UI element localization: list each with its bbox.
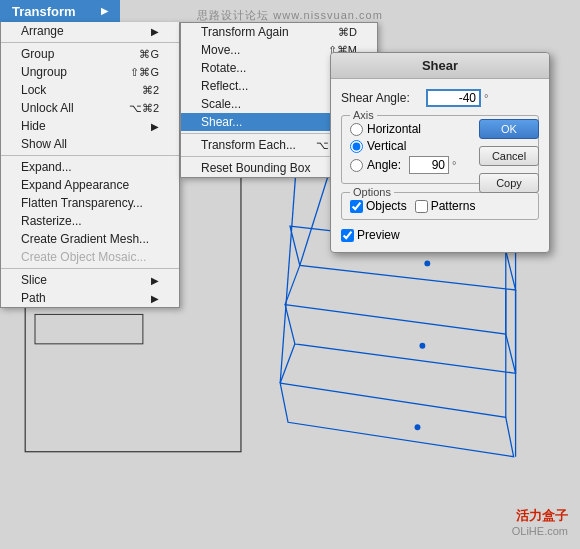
rasterize-label: Rasterize... xyxy=(21,214,82,228)
move-label: Move... xyxy=(201,43,240,57)
separator-3 xyxy=(1,268,179,269)
group-label: Group xyxy=(21,47,54,61)
reflect-label: Reflect... xyxy=(201,79,248,93)
expand-appearance-label: Expand Appearance xyxy=(21,178,129,192)
options-label: Options xyxy=(350,186,394,198)
menu-item-unlock-all[interactable]: Unlock All ⌥⌘2 xyxy=(1,99,179,117)
menu-item-rasterize[interactable]: Rasterize... xyxy=(1,212,179,230)
menu-item-gradient-mesh[interactable]: Create Gradient Mesh... xyxy=(1,230,179,248)
menu-item-path[interactable]: Path ▶ xyxy=(1,289,179,307)
shear-degree-symbol: ° xyxy=(484,92,488,104)
svg-rect-2 xyxy=(35,314,143,343)
object-mosaic-label: Create Object Mosaic... xyxy=(21,250,146,264)
axis-label: Axis xyxy=(350,109,377,121)
angle-label: Angle: xyxy=(367,158,401,172)
transform-arrow: ▶ xyxy=(101,6,108,16)
angle-radio[interactable] xyxy=(350,159,363,172)
menu-item-lock[interactable]: Lock ⌘2 xyxy=(1,81,179,99)
shear-angle-row: Shear Angle: ° xyxy=(341,89,539,107)
reset-bounding-label: Reset Bounding Box xyxy=(201,161,310,175)
svg-line-13 xyxy=(300,172,329,265)
menu-item-expand[interactable]: Expand... xyxy=(1,158,179,176)
dialog-body: Shear Angle: ° Axis Horizontal Vertical … xyxy=(331,79,549,252)
objects-checkbox[interactable] xyxy=(350,200,363,213)
objects-label: Objects xyxy=(366,199,407,213)
copy-button[interactable]: Copy xyxy=(479,173,539,193)
lock-label: Lock xyxy=(21,83,46,97)
dialog-buttons: OK Cancel Copy xyxy=(479,119,539,197)
preview-row: Preview xyxy=(341,228,539,242)
ungroup-label: Ungroup xyxy=(21,65,67,79)
angle-degree: ° xyxy=(452,159,456,171)
slice-label: Slice xyxy=(21,273,47,287)
svg-point-19 xyxy=(419,343,425,349)
menu-item-object-mosaic[interactable]: Create Object Mosaic... xyxy=(1,248,179,266)
patterns-checkbox-row: Patterns xyxy=(415,199,476,213)
path-arrow: ▶ xyxy=(151,293,159,304)
transform-menu-header[interactable]: Transform ▶ xyxy=(0,0,120,22)
gradient-mesh-label: Create Gradient Mesh... xyxy=(21,232,149,246)
transform-each-label: Transform Each... xyxy=(201,138,296,152)
path-label: Path xyxy=(21,291,46,305)
preview-label: Preview xyxy=(357,228,400,242)
svg-marker-8 xyxy=(280,383,513,457)
slice-arrow: ▶ xyxy=(151,275,159,286)
shear-dialog: Shear Shear Angle: ° Axis Horizontal Ver… xyxy=(330,52,550,253)
show-all-label: Show All xyxy=(21,137,67,151)
patterns-checkbox[interactable] xyxy=(415,200,428,213)
transform-dropdown: Arrange ▶ Group ⌘G Ungroup ⇧⌘G Lock ⌘2 U… xyxy=(0,22,180,308)
menu-item-arrange[interactable]: Arrange ▶ xyxy=(1,22,179,40)
expand-label: Expand... xyxy=(21,160,72,174)
shear-angle-label: Shear Angle: xyxy=(341,91,426,105)
hide-arrow: ▶ xyxy=(151,121,159,132)
horizontal-radio[interactable] xyxy=(350,123,363,136)
unlock-all-shortcut: ⌥⌘2 xyxy=(129,102,159,115)
submenu-transform-again[interactable]: Transform Again ⌘D xyxy=(181,23,377,41)
menu-item-slice[interactable]: Slice ▶ xyxy=(1,271,179,289)
ungroup-shortcut: ⇧⌘G xyxy=(130,66,159,79)
horizontal-label: Horizontal xyxy=(367,122,421,136)
menu-item-hide[interactable]: Hide ▶ xyxy=(1,117,179,135)
dialog-title: Shear xyxy=(331,53,549,79)
rotate-label: Rotate... xyxy=(201,61,246,75)
preview-checkbox[interactable] xyxy=(341,229,354,242)
shear-angle-input[interactable] xyxy=(426,89,481,107)
vertical-radio[interactable] xyxy=(350,140,363,153)
menu-item-expand-appearance[interactable]: Expand Appearance xyxy=(1,176,179,194)
angle-input[interactable] xyxy=(409,156,449,174)
watermark-top: 思路设计论坛 www.nissvuan.com xyxy=(197,8,383,23)
arrange-arrow: ▶ xyxy=(151,26,159,37)
svg-marker-7 xyxy=(285,305,515,374)
transform-again-shortcut: ⌘D xyxy=(338,26,357,39)
menu-item-ungroup[interactable]: Ungroup ⇧⌘G xyxy=(1,63,179,81)
menu-item-show-all[interactable]: Show All xyxy=(1,135,179,153)
transform-again-label: Transform Again xyxy=(201,25,289,39)
group-shortcut: ⌘G xyxy=(139,48,159,61)
vertical-label: Vertical xyxy=(367,139,406,153)
patterns-label: Patterns xyxy=(431,199,476,213)
separator-2 xyxy=(1,155,179,156)
svg-point-18 xyxy=(424,260,430,266)
menu-item-group[interactable]: Group ⌘G xyxy=(1,45,179,63)
scale-label: Scale... xyxy=(201,97,241,111)
hide-label: Hide xyxy=(21,119,46,133)
shear-label: Shear... xyxy=(201,115,242,129)
flatten-label: Flatten Transparency... xyxy=(21,196,143,210)
ok-button[interactable]: OK xyxy=(479,119,539,139)
arrange-label: Arrange xyxy=(21,24,64,38)
menu-item-flatten[interactable]: Flatten Transparency... xyxy=(1,194,179,212)
separator-1 xyxy=(1,42,179,43)
transform-label: Transform xyxy=(12,4,76,19)
svg-point-20 xyxy=(415,424,421,430)
unlock-all-label: Unlock All xyxy=(21,101,74,115)
cancel-button[interactable]: Cancel xyxy=(479,146,539,166)
lock-shortcut: ⌘2 xyxy=(142,84,159,97)
objects-checkbox-row: Objects xyxy=(350,199,407,213)
